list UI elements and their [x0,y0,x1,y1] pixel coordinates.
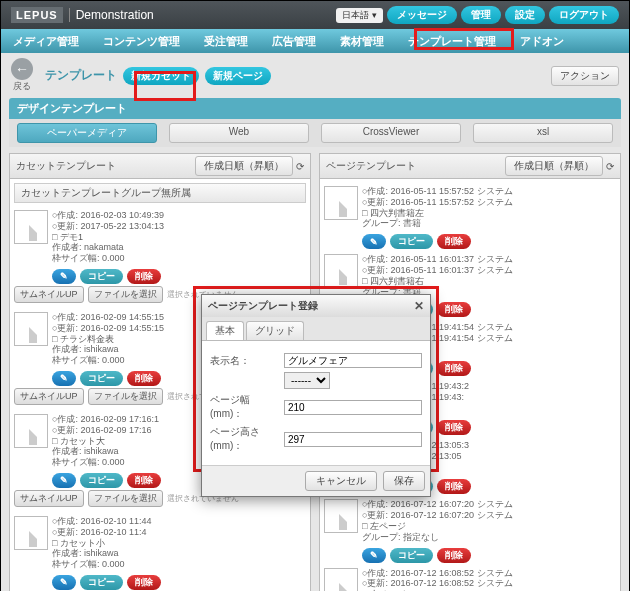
delete-button[interactable]: 削除 [437,420,471,435]
sort-button-left[interactable]: 作成日順（昇順） [195,156,293,176]
page-card: ○作成: 2016-05-11 16:01:37 システム○更新: 2016-0… [324,251,616,300]
label-page-height: ページ高さ(mm)： [210,425,278,453]
delete-button[interactable]: 削除 [127,575,161,590]
modal-save-button[interactable]: 保存 [383,471,425,491]
nav-media[interactable]: メディア管理 [9,34,83,49]
back-button[interactable]: ← [11,58,33,80]
copy-button[interactable]: コピー [390,234,433,249]
edit-button[interactable]: ✎ [52,575,76,590]
edit-button[interactable]: ✎ [362,234,386,249]
thumbnail [324,568,358,591]
thumbnail [14,414,48,448]
file-select-button[interactable]: ファイルを選択 [88,388,163,405]
input-page-height[interactable] [284,432,422,447]
nav-material[interactable]: 素材管理 [336,34,388,49]
delete-button[interactable]: 削除 [127,371,161,386]
settings-button[interactable]: 設定 [505,6,545,24]
new-page-button[interactable]: 新規ページ [205,67,271,85]
nav-order[interactable]: 受注管理 [200,34,252,49]
tab-cross[interactable]: CrossViewer [321,123,461,143]
nav-addon[interactable]: アドオン [516,34,568,49]
language-select[interactable]: 日本語▾ [336,8,383,23]
thumbnail [324,254,358,288]
brand-demo: Demonstration [69,8,154,22]
delete-button[interactable]: 削除 [127,269,161,284]
sort-button-right[interactable]: 作成日順（昇順） [505,156,603,176]
page-card: ○作成: 2016-05-11 15:57:52 システム○更新: 2016-0… [324,183,616,232]
edit-button[interactable]: ✎ [362,548,386,563]
copy-button[interactable]: コピー [390,548,433,563]
modal-tab-basic[interactable]: 基本 [206,321,244,340]
refresh-icon[interactable]: ⟳ [606,161,614,172]
copy-button[interactable]: コピー [80,575,123,590]
page-card: ○作成: 2016-07-12 16:07:20 システム○更新: 2016-0… [324,496,616,545]
tab-web[interactable]: Web [169,123,309,143]
edit-button[interactable]: ✎ [52,269,76,284]
label-display-name: 表示名： [210,354,278,368]
cassette-group-head: カセットテンプレートグループ無所属 [14,183,306,203]
refresh-icon[interactable]: ⟳ [296,161,304,172]
thumbnail-upload-button[interactable]: サムネイルUP [14,388,84,405]
action-menu-button[interactable]: アクション [551,66,619,86]
messages-button[interactable]: メッセージ [387,6,457,24]
copy-button[interactable]: コピー [80,371,123,386]
delete-button[interactable]: 削除 [437,361,471,376]
admin-button[interactable]: 管理 [461,6,501,24]
thumbnail [14,516,48,550]
nav-content[interactable]: コンテンツ管理 [99,34,184,49]
delete-button[interactable]: 削除 [437,234,471,249]
subheader: ← 戻る テンプレート 新規カセット 新規ページ アクション [1,53,629,98]
page-template-register-modal: ページテンプレート登録 ✕ 基本 グリッド 表示名： ------ ページ幅(m… [201,294,431,497]
label-page-width: ページ幅(mm)： [210,393,278,421]
main-nav: メディア管理 コンテンツ管理 受注管理 広告管理 素材管理 テンプレート管理 ア… [1,29,629,53]
file-select-button[interactable]: ファイルを選択 [88,490,163,507]
media-tabs: ペーパーメディア Web CrossViewer xsl [9,119,621,147]
edit-button[interactable]: ✎ [52,473,76,488]
page-panel-head: ページテンプレート 作成日順（昇順）⟳ [319,153,621,179]
thumbnail [14,312,48,346]
cassette-card: ○作成: 2016-02-10 11:44○更新: 2016-02-10 11:… [14,513,306,573]
tab-xsl[interactable]: xsl [473,123,613,143]
nav-ad[interactable]: 広告管理 [268,34,320,49]
delete-button[interactable]: 削除 [437,302,471,317]
delete-button[interactable]: 削除 [437,479,471,494]
modal-tab-grid[interactable]: グリッド [246,321,304,340]
thumbnail-upload-button[interactable]: サムネイルUP [14,286,84,303]
page-title: テンプレート [45,67,117,84]
thumbnail [324,499,358,533]
nav-template[interactable]: テンプレート管理 [404,34,500,49]
logout-button[interactable]: ログアウト [549,6,619,24]
topbar: LEPUS Demonstration 日本語▾ メッセージ 管理 設定 ログア… [1,1,629,29]
brand-logo: LEPUS [11,7,63,23]
cassette-panel-head: カセットテンプレート 作成日順（昇順）⟳ [9,153,311,179]
copy-button[interactable]: コピー [80,473,123,488]
back-label: 戻る [13,80,31,93]
file-select-button[interactable]: ファイルを選択 [88,286,163,303]
thumbnail [14,210,48,244]
select-group[interactable]: ------ [284,372,330,389]
new-cassette-button[interactable]: 新規カセット [123,67,199,85]
page-card: ○作成: 2016-07-12 16:08:52 システム○更新: 2016-0… [324,565,616,591]
delete-button[interactable]: 削除 [127,473,161,488]
copy-button[interactable]: コピー [80,269,123,284]
section-title: デザインテンプレート [9,98,621,119]
cassette-card: ○作成: 2016-02-03 10:49:39○更新: 2017-05-22 … [14,207,306,267]
thumbnail-upload-button[interactable]: サムネイルUP [14,490,84,507]
modal-cancel-button[interactable]: キャンセル [305,471,377,491]
chevron-down-icon: ▾ [372,10,377,20]
modal-title: ページテンプレート登録 [208,299,318,313]
modal-close-icon[interactable]: ✕ [414,299,424,313]
input-page-width[interactable] [284,400,422,415]
edit-button[interactable]: ✎ [52,371,76,386]
thumbnail [324,186,358,220]
input-display-name[interactable] [284,353,422,368]
delete-button[interactable]: 削除 [437,548,471,563]
tab-paper[interactable]: ペーパーメディア [17,123,157,143]
